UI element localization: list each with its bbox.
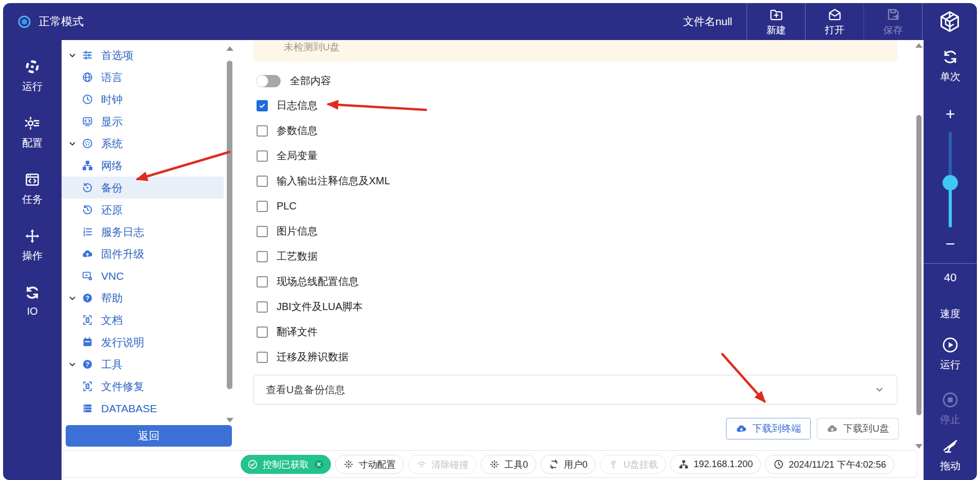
checkbox-row-global-vars: 全局变量 <box>257 143 914 168</box>
content-scrollbar[interactable] <box>915 43 923 449</box>
checkbox-plc[interactable] <box>257 201 268 212</box>
menu-item-database[interactable]: DATABASE <box>62 397 224 419</box>
usb-warning-alert: 未检测到U盘 <box>253 40 897 62</box>
checkbox-process-data[interactable] <box>257 251 268 262</box>
usb-backup-select[interactable]: 查看U盘备份信息 <box>253 375 897 405</box>
sidebar-item-task[interactable]: 任务 <box>22 171 43 206</box>
menu-scrollbar[interactable] <box>226 46 233 423</box>
chevron-down-icon <box>68 294 77 303</box>
scroll-down-arrow[interactable] <box>226 418 233 423</box>
menu-item-restore[interactable]: 还原 <box>62 199 224 221</box>
menu-scrollbar-thumb[interactable] <box>227 61 232 389</box>
speed-increase-button[interactable]: + <box>946 106 955 122</box>
status-pill-usb-mount[interactable]: U盘挂载 <box>600 455 666 474</box>
scroll-up-arrow[interactable] <box>915 43 923 48</box>
status-pill-control-acquired[interactable]: 控制已获取 <box>241 455 331 474</box>
cloud-download-icon <box>736 423 747 434</box>
checkbox-translation-files[interactable] <box>257 327 268 338</box>
jog-star-icon <box>343 459 354 470</box>
download-to-terminal-button[interactable]: 下载到终端 <box>726 418 811 439</box>
drag-arm-icon <box>942 437 959 455</box>
download-to-usb-button[interactable]: 下载到U盘 <box>817 418 899 439</box>
status-pill-label: 寸动配置 <box>359 458 396 471</box>
checkbox-log-info[interactable] <box>257 100 268 111</box>
menu-item-label: 还原 <box>101 203 123 217</box>
speed-value: 40 <box>944 271 956 284</box>
drag-button[interactable]: 拖动 <box>940 437 961 473</box>
menu-item-release-notes[interactable]: 发行说明 <box>62 331 224 353</box>
menu-item-service-log[interactable]: 服务日志 <box>62 221 224 243</box>
menu-item-tools[interactable]: ?工具 <box>62 353 224 375</box>
menu-item-language[interactable]: 语言 <box>62 66 224 88</box>
mode-radio-icon <box>17 15 31 29</box>
menu-item-preferences[interactable]: 首选项 <box>62 44 224 66</box>
run-target-icon <box>24 59 41 75</box>
topbar-right: 文件名null 新建打开保存 <box>683 3 977 40</box>
sidebar-item-io[interactable]: IO <box>24 284 41 317</box>
speed-decrease-button[interactable]: − <box>946 238 955 250</box>
checkbox-migration-data[interactable] <box>257 352 268 363</box>
status-pill-datetime[interactable]: 2024/11/21 下午4:02:56 <box>765 455 894 474</box>
menu-item-backup[interactable]: 备份 <box>62 177 224 199</box>
new-button-label: 新建 <box>767 24 786 37</box>
save-button: 保存 <box>864 3 922 40</box>
scroll-up-arrow[interactable] <box>226 46 233 51</box>
slider-thumb[interactable] <box>943 175 958 190</box>
status-pill-user0[interactable]: 用户0 <box>540 455 596 474</box>
all-content-toggle-row: 全部内容 <box>257 74 914 88</box>
checkbox-row-param-info: 参数信息 <box>257 118 914 143</box>
checkbox-label: 迁移及辨识数据 <box>277 350 348 364</box>
menu-item-help[interactable]: ?帮助 <box>62 287 224 309</box>
sidebar-item-operate[interactable]: 操作 <box>22 228 43 263</box>
menu-item-vnc[interactable]: VNC <box>62 265 224 287</box>
chevron-down-icon <box>68 51 77 60</box>
single-cycle-button[interactable]: 单次 <box>940 48 961 84</box>
menu-item-label: 固件升级 <box>101 247 144 261</box>
checkbox-fieldbus-config[interactable] <box>257 276 268 287</box>
sidebar-item-run[interactable]: 运行 <box>22 59 43 93</box>
help-circle-icon: ? <box>82 292 93 304</box>
cloud-download-icon <box>827 423 838 434</box>
right-sidebar: 单次 + − 40 速度 运行 停止 拖动 <box>924 40 977 480</box>
open-button-label: 打开 <box>825 24 845 37</box>
scroll-down-arrow[interactable] <box>915 444 923 449</box>
new-button[interactable]: 新建 <box>747 3 805 40</box>
menu-item-clock[interactable]: 时钟 <box>62 88 224 110</box>
checkbox-global-vars[interactable] <box>257 150 268 162</box>
status-pill-ip-address[interactable]: 192.168.1.200 <box>670 455 761 474</box>
status-pill-jog-config[interactable]: 寸动配置 <box>335 455 404 474</box>
checkbox-jbi-lua[interactable] <box>257 301 268 313</box>
globe-icon <box>82 71 93 83</box>
menu-item-display[interactable]: 显示 <box>62 110 224 132</box>
stop-button[interactable]: 停止 <box>940 391 961 427</box>
run-label: 运行 <box>940 358 961 372</box>
speed-slider[interactable] <box>949 132 952 227</box>
checkbox-image-info[interactable] <box>257 226 268 237</box>
menu-item-label: 服务日志 <box>101 225 144 239</box>
status-pill-label: 用户0 <box>564 458 587 471</box>
open-button[interactable]: 打开 <box>805 3 864 40</box>
menu-item-file-repair[interactable]: 文件修复 <box>62 375 224 397</box>
menu-item-firmware-upgrade[interactable]: 固件升级 <box>62 243 224 265</box>
checkbox-io-comment-xml[interactable] <box>257 176 268 187</box>
play-circle-icon <box>942 336 959 354</box>
checkbox-row-plc: PLC <box>257 194 914 219</box>
mode-indicator[interactable]: 正常模式 <box>3 14 84 29</box>
run-button[interactable]: 运行 <box>940 336 961 372</box>
bottom-status-box: 控制已获取寸动配置清除碰撞工具0用户0U盘挂载192.168.1.2002024… <box>63 450 917 478</box>
content-scrollbar-thumb[interactable] <box>916 115 922 415</box>
network-nodes-icon <box>82 160 93 171</box>
sidebar-item-label: 运行 <box>22 80 43 93</box>
menu-item-docs[interactable]: 文档 <box>62 309 224 331</box>
menu-item-system[interactable]: 系统 <box>62 132 224 155</box>
back-button[interactable]: 返回 <box>66 425 232 447</box>
status-pill-clear-collision[interactable]: 清除碰撞 <box>408 455 477 474</box>
menu-item-network[interactable]: 网络 <box>62 155 224 177</box>
cycle-once-icon <box>942 48 959 66</box>
speed-label: 速度 <box>940 307 961 321</box>
all-content-switch[interactable] <box>257 75 281 87</box>
sidebar-item-config[interactable]: 配置 <box>22 115 43 150</box>
checkbox-param-info[interactable] <box>257 125 268 137</box>
header-actions: 新建打开保存 <box>747 3 922 40</box>
status-pill-tool0[interactable]: 工具0 <box>481 455 536 474</box>
